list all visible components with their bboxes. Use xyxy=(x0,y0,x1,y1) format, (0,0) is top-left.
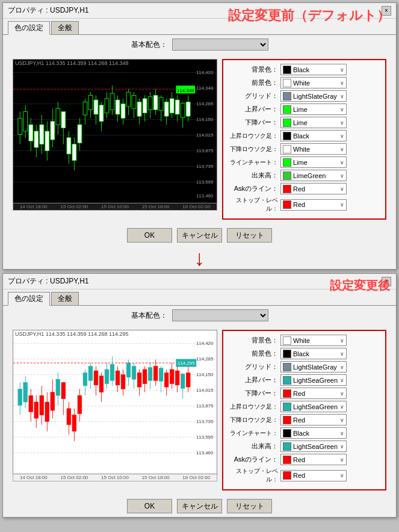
setting-row-5-top: 上昇ロウソク足： Black ∨ xyxy=(227,130,382,141)
svg-text:113,460: 113,460 xyxy=(196,193,213,199)
cancel-button-top[interactable]: キャンセル xyxy=(177,228,222,243)
bottom-title: プロパティ : USDJPY,H1 xyxy=(8,276,88,286)
setting-row-7-top: ラインチャート： Lime ∨ xyxy=(227,156,382,168)
setting-select-3-top[interactable]: Lime ∨ xyxy=(280,104,347,115)
setting-select-2-bot[interactable]: LightSlateGray ∨ xyxy=(280,361,347,373)
setting-row-1-bot: 前景色： Black ∨ xyxy=(227,348,382,359)
base-color-row-top: 基本配色： xyxy=(8,39,391,51)
setting-select-5-bot[interactable]: LightSeaGreen ∨ xyxy=(280,401,347,412)
bottom-chart-header: USDJPY,H1 114.335 114.359 114.268 114.29… xyxy=(13,330,131,338)
ok-button-bottom[interactable]: OK xyxy=(127,499,172,513)
dropdown-6-bot[interactable]: ∨ xyxy=(340,417,344,423)
setting-label-0-top: 背景色： xyxy=(227,65,278,74)
svg-rect-151 xyxy=(61,383,66,399)
dropdown-8-bot[interactable]: ∨ xyxy=(340,444,344,450)
svg-rect-66 xyxy=(51,122,55,140)
setting-select-4-bot[interactable]: Red ∨ xyxy=(280,388,347,399)
setting-select-1-top[interactable]: White ∨ xyxy=(280,77,347,88)
dropdown-9-bot[interactable]: ∨ xyxy=(340,457,344,463)
swatch-1-top xyxy=(283,79,291,87)
svg-text:114,150: 114,150 xyxy=(196,372,213,377)
dropdown-2-top[interactable]: ∨ xyxy=(340,93,344,99)
color-name-0-top: Black xyxy=(293,66,338,73)
svg-text:113,875: 113,875 xyxy=(196,403,213,409)
dropdown-3-top[interactable]: ∨ xyxy=(340,107,344,113)
setting-select-10-bot[interactable]: Red ∨ xyxy=(280,470,347,481)
color-name-3-bot: LightSeaGreen xyxy=(293,377,338,384)
setting-select-7-top[interactable]: Lime ∨ xyxy=(280,156,347,168)
dropdown-7-bot[interactable]: ∨ xyxy=(340,430,344,436)
bottom-close-button[interactable]: × xyxy=(382,277,391,286)
dropdown-10-bot[interactable]: ∨ xyxy=(340,472,344,478)
setting-select-4-top[interactable]: Lime ∨ xyxy=(280,117,347,128)
svg-rect-81 xyxy=(186,102,190,116)
dropdown-4-top[interactable]: ∨ xyxy=(340,120,344,126)
reset-button-top[interactable]: リセット xyxy=(227,228,272,243)
dropdown-2-bot[interactable]: ∨ xyxy=(340,364,344,370)
bottom-panel-content: USDJPY,H1 114.335 114.359 114.268 114.29… xyxy=(8,325,391,495)
setting-select-0-bot[interactable]: White ∨ xyxy=(280,335,347,346)
swatch-7-bot xyxy=(283,429,291,438)
svg-rect-156 xyxy=(99,376,104,392)
setting-select-6-bot[interactable]: Red ∨ xyxy=(280,414,347,425)
svg-text:114,015: 114,015 xyxy=(196,132,213,138)
setting-label-6-bot: 下降ロウソク足： xyxy=(227,416,278,424)
setting-select-8-top[interactable]: LimeGreen ∨ xyxy=(280,170,347,181)
setting-select-8-bot[interactable]: LightSeaGreen ∨ xyxy=(280,441,347,452)
dropdown-0-bot[interactable]: ∨ xyxy=(340,338,344,344)
dropdown-7-top[interactable]: ∨ xyxy=(340,159,344,165)
setting-select-9-bot[interactable]: Red ∨ xyxy=(280,454,347,465)
setting-row-2-top: グリッド： LightSlateGray ∨ xyxy=(227,90,382,102)
swatch-10-top xyxy=(283,200,291,209)
dropdown-6-top[interactable]: ∨ xyxy=(340,146,344,152)
dropdown-0-top[interactable]: ∨ xyxy=(340,67,344,73)
setting-select-10-top[interactable]: Red ∨ xyxy=(280,199,347,211)
down-arrow: ↓ xyxy=(3,246,396,269)
svg-text:113,460: 113,460 xyxy=(196,450,213,456)
setting-select-5-top[interactable]: Black ∨ xyxy=(280,130,347,141)
dropdown-4-bot[interactable]: ∨ xyxy=(340,391,344,397)
ok-button-top[interactable]: OK xyxy=(127,228,172,243)
dropdown-5-bot[interactable]: ∨ xyxy=(340,404,344,410)
swatch-0-top xyxy=(283,66,291,74)
tab-color-settings-bottom[interactable]: 色の設定 xyxy=(8,292,50,306)
reset-button-bottom[interactable]: リセット xyxy=(227,499,272,513)
setting-select-0-top[interactable]: Black ∨ xyxy=(280,64,347,75)
setting-row-8-bot: 出来高： LightSeaGreen ∨ xyxy=(227,441,382,452)
tab-general-top[interactable]: 全般 xyxy=(51,21,79,34)
tab-general-bottom[interactable]: 全般 xyxy=(51,292,79,305)
dropdown-10-top[interactable]: ∨ xyxy=(340,202,344,208)
bottom-tabs: 色の設定 全般 xyxy=(3,289,396,305)
svg-rect-60 xyxy=(159,97,163,111)
base-color-select-top[interactable] xyxy=(172,39,268,51)
dropdown-3-bot[interactable]: ∨ xyxy=(340,377,344,383)
dropdown-9-top[interactable]: ∨ xyxy=(340,186,344,192)
setting-select-2-top[interactable]: LightSlateGray ∨ xyxy=(280,90,347,102)
setting-row-0-top: 背景色： Black ∨ xyxy=(227,64,382,75)
tab-color-settings-top[interactable]: 色の設定 xyxy=(8,21,50,35)
setting-select-6-top[interactable]: White ∨ xyxy=(280,143,347,155)
svg-rect-160 xyxy=(143,370,147,384)
cancel-button-bottom[interactable]: キャンセル xyxy=(177,499,222,513)
setting-select-7-bot[interactable]: Black ∨ xyxy=(280,427,347,439)
top-close-button[interactable]: × xyxy=(382,6,391,16)
swatch-9-bot xyxy=(283,456,291,464)
svg-rect-53 xyxy=(83,102,87,115)
dropdown-1-top[interactable]: ∨ xyxy=(340,80,344,86)
setting-label-2-bot: グリッド： xyxy=(227,362,278,371)
color-name-4-top: Lime xyxy=(293,119,338,126)
svg-rect-61 xyxy=(181,103,185,117)
bottom-chart-x-labels: 14 Oct 18:00 15 Oct 02:00 15 Oct 10:00 1… xyxy=(13,474,217,481)
setting-row-6-top: 下降ロウソク足： White ∨ xyxy=(227,143,382,155)
dropdown-8-top[interactable]: ∨ xyxy=(340,173,344,179)
base-color-select-bottom[interactable] xyxy=(172,309,268,321)
setting-select-1-bot[interactable]: Black ∨ xyxy=(280,348,347,359)
setting-select-3-bot[interactable]: LightSeaGreen ∨ xyxy=(280,374,347,386)
bottom-buttons-row: OK キャンセル リセット xyxy=(3,495,396,517)
base-color-label-top: 基本配色： xyxy=(131,40,167,50)
setting-select-9-top[interactable]: Red ∨ xyxy=(280,183,347,194)
color-name-7-bot: Black xyxy=(293,430,338,437)
dropdown-5-top[interactable]: ∨ xyxy=(340,133,344,139)
dropdown-1-bot[interactable]: ∨ xyxy=(340,351,344,357)
svg-rect-154 xyxy=(78,395,82,413)
